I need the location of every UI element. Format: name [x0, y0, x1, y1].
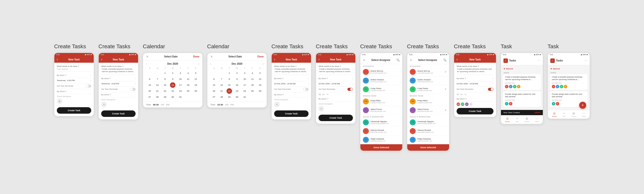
- day-25[interactable]: 25: [186, 88, 191, 94]
- day-c2-4[interactable]: 4: [250, 70, 255, 76]
- day-c2-25[interactable]: 25: [250, 88, 255, 94]
- prev-month-1[interactable]: ‹: [146, 62, 147, 66]
- next-month-1[interactable]: ›: [198, 62, 200, 66]
- nav-shared-1[interactable]: ⊞ Shared: [524, 117, 529, 122]
- add-more-avatar[interactable]: +: [469, 102, 473, 106]
- day-c2-29[interactable]: 29: [226, 94, 232, 100]
- done-selected-btn-2[interactable]: Done Selected: [407, 144, 449, 151]
- day-26[interactable]: 26: [193, 88, 199, 94]
- search-icon-tl1[interactable]: ⋯: [538, 59, 540, 62]
- tomorrow-row-2[interactable]: Tomorrow , 6:30 PM ›: [101, 81, 136, 87]
- person-row-sn1[interactable]: SN Savannah Nguyen savannah@example.com: [360, 118, 402, 127]
- day-c2-24[interactable]: 24: [242, 88, 248, 94]
- day-c2-14[interactable]: 14: [219, 82, 224, 88]
- back-arrow-4[interactable]: ‹: [318, 58, 320, 61]
- day-28[interactable]: 28: [154, 94, 160, 100]
- nav-activity-1[interactable]: ⊙ Activity: [505, 117, 510, 122]
- cal-close-1[interactable]: ✕: [146, 55, 148, 58]
- reminder-toggle-1[interactable]: [86, 85, 91, 88]
- person-row-re2[interactable]: RE Ralph Edwards ralph@example.com: [407, 136, 449, 144]
- back-arrow-3[interactable]: ‹: [274, 58, 275, 61]
- day-c2-9[interactable]: 9: [234, 76, 240, 82]
- person-row-am1[interactable]: AM Arlene McCoy arlene@example.com: [360, 68, 402, 76]
- day-c2-16[interactable]: 16: [234, 82, 240, 88]
- day-c2-6[interactable]: 6: [211, 76, 216, 82]
- date-row-3[interactable]: 22 Dec 2020 , 10:30 AM ›: [274, 81, 308, 87]
- day-c2-8[interactable]: 8: [226, 76, 232, 82]
- person-row-re1[interactable]: RE Ralph Edwards ralph@example.com: [360, 136, 402, 144]
- date-row-5[interactable]: 22 Dec 2020 , 10:30 AM ›: [456, 81, 494, 87]
- more-icon-tl2[interactable]: ⋯: [584, 59, 587, 62]
- day-15[interactable]: 15: [162, 82, 168, 88]
- day-29[interactable]: 29: [162, 94, 168, 100]
- prev-month-2[interactable]: ‹: [210, 62, 211, 66]
- day-c2-12[interactable]: 12: [258, 76, 263, 82]
- task-card-2-1[interactable]: Create a beautiful physical christmas ca…: [550, 74, 588, 90]
- day-19[interactable]: 19: [193, 82, 199, 88]
- add-assignee-btn-1[interactable]: +: [57, 98, 62, 104]
- reminder-toggle-2[interactable]: [130, 88, 136, 91]
- fab-button-2[interactable]: +: [579, 102, 586, 109]
- task-card-1-1[interactable]: Create a beautiful physical christmas ca…: [503, 74, 541, 90]
- day-c2-28[interactable]: 28: [219, 94, 224, 100]
- day-c2-30[interactable]: 30: [234, 94, 240, 100]
- day-c2-13[interactable]: 13: [211, 82, 216, 88]
- cal-done-1[interactable]: Done: [193, 55, 200, 58]
- nav-add-2[interactable]: + Add: [562, 112, 565, 117]
- day-c2-31[interactable]: 31: [242, 94, 248, 100]
- time-ampm-1[interactable]: AM: [161, 103, 164, 106]
- day-27[interactable]: 27: [147, 94, 152, 100]
- by-when-row-5[interactable]: By when ? ›: [456, 76, 494, 81]
- day-22[interactable]: 22: [162, 88, 168, 94]
- create-task-btn-2[interactable]: Create Task: [101, 110, 136, 117]
- day-c2-21[interactable]: 21: [219, 88, 224, 94]
- back-arrow-5[interactable]: ‹: [456, 58, 458, 61]
- day-c2-27[interactable]: 27: [211, 94, 216, 100]
- day-c2-26[interactable]: 26: [258, 88, 263, 94]
- person-row-af1[interactable]: AF Albert Flores albert@example.com: [360, 106, 402, 115]
- time-value-1[interactable]: 06:30: [153, 103, 159, 106]
- day-2[interactable]: 2: [170, 70, 176, 76]
- reminder-row-3[interactable]: Set Task Reminder: [274, 87, 308, 92]
- day-c2-22[interactable]: 22: [226, 88, 232, 94]
- day-c2-1[interactable]: 1: [226, 70, 232, 76]
- nav-activity-2[interactable]: ⊙ Activity: [552, 112, 556, 117]
- create-task-btn-1[interactable]: Create Task: [57, 107, 91, 114]
- day-7[interactable]: 7: [154, 76, 160, 82]
- reminder-toggle-5[interactable]: [488, 88, 494, 91]
- by-whom-row-2[interactable]: By whom ?: [101, 92, 136, 97]
- person-row-am2[interactable]: AM Arlene McCoy arlene@example.com ✓: [407, 68, 449, 76]
- reminder-row-1[interactable]: Set Task Reminder: [57, 83, 91, 89]
- cal-done-2[interactable]: Done: [258, 55, 264, 58]
- day-1[interactable]: 1: [162, 70, 168, 76]
- day-30[interactable]: 30: [170, 94, 176, 100]
- day-c2-10[interactable]: 10: [242, 76, 248, 82]
- next-month-2[interactable]: ›: [263, 62, 264, 66]
- nav-more-2[interactable]: ⋯ More: [582, 112, 586, 117]
- day-9[interactable]: 9: [170, 76, 176, 82]
- done-selected-btn-1[interactable]: Done Selected: [360, 144, 402, 151]
- day-18[interactable]: 18: [186, 82, 191, 88]
- day-5[interactable]: 5: [193, 70, 199, 76]
- by-when-row-3[interactable]: By when ? ›: [274, 76, 308, 81]
- by-whom-row-3[interactable]: By whom ?: [274, 92, 308, 97]
- close-icon-a2[interactable]: ✕: [410, 58, 412, 62]
- day-c2-15[interactable]: 15: [226, 82, 232, 88]
- date-row-4[interactable]: 22 Dec 2020 , 10:30 AM ›: [318, 81, 353, 87]
- back-arrow-2[interactable]: ‹: [101, 58, 102, 61]
- day-c2-2[interactable]: 2: [234, 70, 240, 76]
- reminder-row-4[interactable]: Set Task Reminder: [318, 87, 353, 92]
- toast-undo-1[interactable]: UNDO: [534, 111, 540, 114]
- close-icon-a1[interactable]: ✕: [363, 58, 365, 62]
- day-23[interactable]: 23: [170, 88, 176, 94]
- person-row-cf2[interactable]: CF Cody Fisher cody@example.com ✓: [407, 85, 449, 94]
- day-c2-23[interactable]: 23: [234, 88, 240, 94]
- by-when-row-1[interactable]: By when ? ›: [57, 73, 91, 78]
- create-task-btn-4[interactable]: Create Task: [318, 115, 353, 121]
- day-c2-5[interactable]: 5: [258, 70, 263, 76]
- search-icon-a2[interactable]: 🔍: [443, 58, 446, 62]
- person-row-sn2[interactable]: SN Savannah Nguyen savannah@example.com: [407, 118, 449, 127]
- person-row-dr1[interactable]: DR Dianne Russell dianne@example.com: [360, 127, 402, 136]
- day-c2-3[interactable]: 3: [242, 70, 248, 76]
- person-row-af2[interactable]: AF Albert Flores albert@example.com ✓: [407, 106, 449, 115]
